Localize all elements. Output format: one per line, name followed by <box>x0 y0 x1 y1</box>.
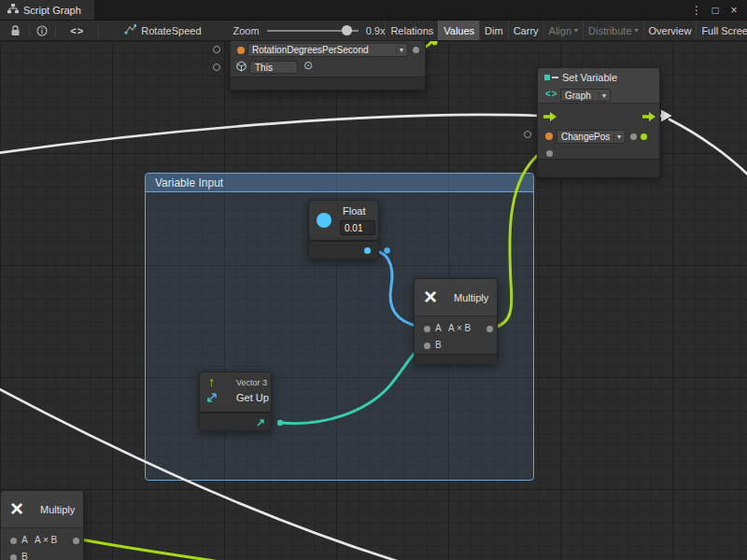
maximize-icon[interactable]: □ <box>708 4 723 17</box>
output-port[interactable] <box>486 326 493 332</box>
value-wire-getup-to-multiply-b[interactable] <box>281 345 422 424</box>
zoom-label: Zoom <box>233 25 260 36</box>
titlebar: Script Graph ⋮ □ × <box>0 0 747 21</box>
chevron-down-icon: ▾ <box>599 91 606 100</box>
overview-button[interactable]: Overview <box>643 21 697 41</box>
value-output-port[interactable] <box>641 133 647 140</box>
info-icon[interactable] <box>33 21 53 41</box>
carry-button[interactable]: Carry <box>508 21 543 41</box>
flow-wire-into-set-variable[interactable] <box>0 115 539 154</box>
input-port-b[interactable] <box>424 343 430 349</box>
window-controls: ⋮ □ × <box>689 0 747 20</box>
float-value-input[interactable]: 0.01 <box>340 220 375 235</box>
output-port[interactable] <box>73 538 79 544</box>
chevron-down-icon: ▾ <box>613 133 621 141</box>
code-view-icon[interactable]: <> <box>59 21 95 41</box>
target-label: This <box>255 63 273 73</box>
relations-button[interactable]: Relations <box>385 21 438 41</box>
vector3-label: Vector 3 <box>236 378 267 387</box>
graph-asset-ref[interactable]: RotateSpeed <box>124 24 201 36</box>
port-a-label: A <box>435 323 442 333</box>
multiply-node[interactable]: × Multiply A A × B B <box>414 278 498 364</box>
flow-in-port[interactable] <box>543 111 557 122</box>
toolbar-separator <box>29 24 30 37</box>
flow-wire-exit-right[interactable] <box>669 119 747 179</box>
variable-name-dropdown[interactable]: RotationDegreesPerSecond ▾ <box>247 43 408 57</box>
vector3-output-port[interactable] <box>256 417 266 429</box>
node-title: Set Variable <box>562 72 617 83</box>
variable-scope-dropdown[interactable]: Graph ▾ <box>560 89 611 102</box>
output-label: A × B <box>35 535 57 545</box>
unconnected-input-port[interactable] <box>213 46 220 53</box>
node-header: × Multiply <box>1 491 83 528</box>
input-port-a[interactable] <box>10 538 17 544</box>
multiply-icon: × <box>10 494 23 524</box>
lock-icon[interactable] <box>6 21 26 41</box>
multiply-node-2[interactable]: × Multiply A A × B B <box>0 490 84 560</box>
variable-port[interactable] <box>545 133 553 140</box>
zoom-slider-handle[interactable] <box>342 25 352 35</box>
node-title: Get Up <box>236 392 269 403</box>
script-graph-tab-icon <box>7 4 19 16</box>
unconnected-input-port[interactable] <box>213 63 220 71</box>
toolbar-separator <box>55 24 56 37</box>
dim-button[interactable]: Dim <box>479 21 508 41</box>
align-label: Align <box>549 21 571 41</box>
tab-title: Script Graph <box>23 5 81 16</box>
graph-toolbar: <> RotateSpeed Zoom 0.9x Relations Value… <box>0 21 747 41</box>
multiply-icon: × <box>424 282 437 312</box>
kebab-menu-icon[interactable]: ⋮ <box>689 4 704 17</box>
node-title: Multiply <box>40 504 75 515</box>
zoom-slider[interactable] <box>267 21 359 41</box>
variable-row: ChangePos ▾ <box>538 130 659 147</box>
set-variable-node[interactable]: Set Variable <> Graph ▾ ChangePos ▾ <box>537 67 660 177</box>
chevron-down-icon: ▾ <box>635 21 639 41</box>
value-input-port[interactable] <box>630 133 637 140</box>
target-field[interactable]: This <box>249 61 298 74</box>
node-title: Float <box>343 205 365 217</box>
fallback-value-port[interactable] <box>546 150 553 157</box>
wire-end-dot[interactable] <box>432 41 438 46</box>
variable-output-port[interactable] <box>413 47 419 53</box>
unit-chip-line <box>552 77 558 78</box>
port-b-label: B <box>21 552 28 560</box>
variable-name: ChangePos <box>561 132 610 142</box>
node-header: Set Variable <box>538 68 659 87</box>
node-footer <box>538 159 659 177</box>
port-a-label: A <box>21 535 28 545</box>
chevron-down-icon: ▾ <box>574 21 578 41</box>
graph-asset-icon <box>124 24 136 36</box>
value-wire-multiply2-out[interactable] <box>81 539 220 560</box>
get-up-node[interactable]: ↑ Vector 3 Get Up <box>199 371 272 413</box>
flow-out-port[interactable] <box>642 111 656 122</box>
tab-script-graph[interactable]: Script Graph <box>0 0 94 20</box>
distribute-label: Distribute <box>588 21 631 41</box>
wire-end-dot[interactable] <box>384 247 389 253</box>
graph-canvas[interactable]: Variable Input <box>0 41 747 560</box>
node-header: × Multiply <box>415 279 497 316</box>
float-output-port[interactable] <box>364 247 371 254</box>
variable-name: RotationDegreesPerSecond <box>252 45 369 55</box>
value-wire-float-to-multiply-a[interactable] <box>370 250 419 327</box>
node-title: Multiply <box>454 292 488 303</box>
gameobject-cube-icon <box>236 61 247 74</box>
object-picker-icon[interactable]: ⊙ <box>303 59 313 72</box>
close-icon[interactable]: × <box>726 4 741 17</box>
input-port-b[interactable] <box>10 554 17 560</box>
float-value: 0.01 <box>345 223 362 233</box>
node-footer <box>231 77 425 90</box>
variables-icon: <> <box>545 89 558 99</box>
scope-label: Graph <box>565 91 591 101</box>
chevron-down-icon: ▾ <box>396 46 403 54</box>
fullscreen-button[interactable]: Full Screen <box>696 21 747 41</box>
graph-name: RotateSpeed <box>141 25 201 36</box>
unconnected-input-port[interactable] <box>524 131 531 138</box>
variable-port[interactable] <box>237 47 245 54</box>
get-variable-node[interactable]: RotationDegreesPerSecond ▾ This ⊙ <box>230 41 426 91</box>
variable-name-dropdown[interactable]: ChangePos ▾ <box>557 130 626 144</box>
input-port-a[interactable] <box>424 326 430 332</box>
values-button[interactable]: Values <box>438 21 479 41</box>
vector3-icon <box>205 391 218 406</box>
float-literal-node[interactable]: Float 0.01 <box>308 200 379 241</box>
getup-output-dot[interactable] <box>277 420 283 426</box>
